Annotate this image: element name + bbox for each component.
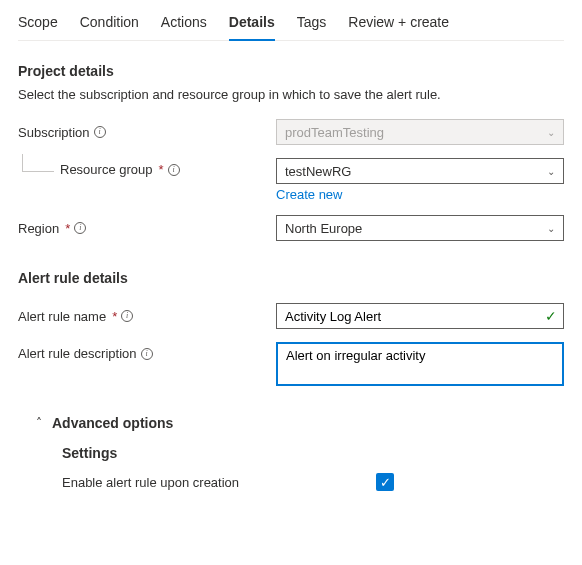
chevron-down-icon: ⌄ <box>547 166 555 177</box>
tab-actions[interactable]: Actions <box>161 6 207 40</box>
tab-scope[interactable]: Scope <box>18 6 58 40</box>
info-icon[interactable]: i <box>74 222 86 234</box>
subscription-dropdown: prodTeamTesting ⌄ <box>276 119 564 145</box>
resource-group-value: testNewRG <box>285 164 351 179</box>
advanced-options-label: Advanced options <box>52 415 173 431</box>
info-icon[interactable]: i <box>141 348 153 360</box>
subscription-label: Subscription <box>18 125 90 140</box>
alert-rule-name-input[interactable] <box>276 303 564 329</box>
info-icon[interactable]: i <box>121 310 133 322</box>
info-icon[interactable]: i <box>94 126 106 138</box>
project-details-heading: Project details <box>18 63 564 79</box>
indent-connector <box>22 154 54 172</box>
enable-alert-checkbox[interactable]: ✓ <box>376 473 394 491</box>
alert-rule-details-heading: Alert rule details <box>18 270 564 286</box>
region-label: Region <box>18 221 59 236</box>
required-marker: * <box>112 309 117 324</box>
enable-alert-label: Enable alert rule upon creation <box>62 475 376 490</box>
tabs-bar: Scope Condition Actions Details Tags Rev… <box>18 6 564 41</box>
region-value: North Europe <box>285 221 362 236</box>
alert-rule-description-input[interactable] <box>276 342 564 386</box>
required-marker: * <box>159 162 164 177</box>
required-marker: * <box>65 221 70 236</box>
tab-tags[interactable]: Tags <box>297 6 327 40</box>
advanced-options-toggle[interactable]: ˄ Advanced options <box>36 415 564 431</box>
chevron-down-icon: ⌄ <box>547 223 555 234</box>
tab-condition[interactable]: Condition <box>80 6 139 40</box>
alert-rule-name-label: Alert rule name <box>18 309 106 324</box>
checkmark-icon: ✓ <box>380 475 391 490</box>
resource-group-label: Resource group <box>60 162 153 177</box>
tab-review-create[interactable]: Review + create <box>348 6 449 40</box>
settings-heading: Settings <box>62 445 564 461</box>
chevron-down-icon: ⌄ <box>547 127 555 138</box>
chevron-up-icon: ˄ <box>36 416 42 430</box>
create-new-link[interactable]: Create new <box>276 187 342 202</box>
project-details-desc: Select the subscription and resource gro… <box>18 87 564 102</box>
resource-group-dropdown[interactable]: testNewRG ⌄ <box>276 158 564 184</box>
tab-details[interactable]: Details <box>229 6 275 40</box>
region-dropdown[interactable]: North Europe ⌄ <box>276 215 564 241</box>
info-icon[interactable]: i <box>168 164 180 176</box>
subscription-value: prodTeamTesting <box>285 125 384 140</box>
alert-rule-description-label: Alert rule description <box>18 346 137 361</box>
